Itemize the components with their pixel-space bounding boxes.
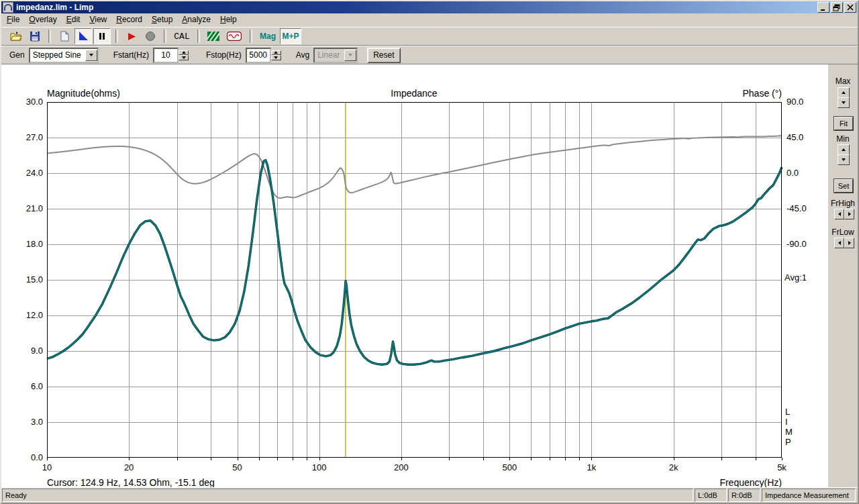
combo-dropdown-button <box>344 50 356 61</box>
max-up-button[interactable] <box>838 87 850 98</box>
fstop-value: 5000 <box>247 50 270 60</box>
generator-toggle-button[interactable] <box>74 28 92 44</box>
menu-edit[interactable]: Edit <box>62 13 85 26</box>
spin-up-button[interactable] <box>271 50 281 56</box>
toolbar-separator <box>48 30 51 43</box>
menu-view[interactable]: View <box>85 13 111 26</box>
spin-down-button[interactable] <box>271 55 281 60</box>
spectrum-button[interactable] <box>205 28 222 44</box>
fstart-input[interactable]: 10 <box>153 48 179 63</box>
x-axis-tick: 500 <box>496 462 523 472</box>
cursor-readout: Cursor: 124.9 Hz, 14.53 Ohm, -15.1 deg <box>47 477 215 487</box>
frlow-left-button[interactable] <box>834 238 844 248</box>
spectrum-icon <box>207 32 219 41</box>
arrow-down-icon <box>182 56 186 59</box>
reset-button[interactable]: Reset <box>367 48 400 63</box>
combo-dropdown-button[interactable] <box>85 50 97 61</box>
record-button[interactable] <box>142 28 159 44</box>
toolbar-separator <box>197 30 200 43</box>
status-left-level: L:0dB <box>695 489 727 502</box>
fstart-label: Fstart(Hz) <box>113 50 149 60</box>
save-file-button[interactable] <box>26 28 44 44</box>
mag-phase-label: M+P <box>282 32 299 41</box>
y-axis-tick-left: 24.0 <box>1 168 43 178</box>
left-level-text: L:0dB <box>698 491 717 499</box>
app-icon <box>3 2 13 13</box>
limp-watermark: L I M P <box>785 407 793 447</box>
y-axis-tick-left: 15.0 <box>1 274 43 285</box>
spin-down-button[interactable] <box>179 55 189 60</box>
side-panel: Max Fit Min Set FrHigh FrLow <box>827 64 858 487</box>
title-bar: impedanz.lim - Limp <box>1 1 858 13</box>
mode-text: Impedance Measurement <box>765 491 849 499</box>
menu-overlay[interactable]: Overlay <box>24 13 61 26</box>
fstart-value: 10 <box>154 50 177 60</box>
max-down-button[interactable] <box>838 97 850 108</box>
status-right-level: R:0dB <box>728 489 760 502</box>
frlow-label: FrLow <box>828 228 858 237</box>
record-icon <box>145 31 156 42</box>
chart-client: Magnitude(ohms) Impedance Phase (°) Freq… <box>1 64 858 487</box>
y-axis-tick-left: 27.0 <box>1 132 43 142</box>
mag-view-button[interactable]: Mag <box>257 28 279 44</box>
x-axis-tick: 10 <box>34 462 60 472</box>
avg-count-text: Avg:1 <box>785 272 807 283</box>
floppy-disk-icon <box>30 31 40 42</box>
play-button[interactable] <box>123 28 140 44</box>
mag-label: Mag <box>260 32 276 41</box>
toolbar-separator <box>115 30 118 43</box>
x-axis-tick: 20 <box>115 462 142 472</box>
page-icon <box>60 31 69 42</box>
menu-record[interactable]: Record <box>111 13 147 26</box>
restore-button[interactable] <box>831 2 843 13</box>
min-up-button[interactable] <box>838 144 850 155</box>
y-axis-tick-left: 18.0 <box>1 239 43 249</box>
x-axis-tick: 2k <box>660 462 687 472</box>
oscilloscope-button[interactable] <box>223 28 245 44</box>
close-button[interactable] <box>844 2 856 13</box>
minimize-icon <box>818 3 829 12</box>
menu-file[interactable]: File <box>2 13 24 26</box>
frhigh-right-button[interactable] <box>844 209 854 219</box>
fstart-stepper <box>179 50 189 60</box>
arrow-up-icon <box>842 91 846 94</box>
x-axis-tick: 50 <box>224 462 251 472</box>
fit-button[interactable]: Fit <box>834 117 853 130</box>
generator-bar: Gen Stepped Sine Fstart(Hz) 10 Fstop(Hz)… <box>1 46 858 64</box>
open-file-button[interactable] <box>7 28 25 44</box>
toolbar-separator <box>164 30 166 43</box>
generator-icon <box>79 32 89 41</box>
right-axis-title: Phase (°) <box>742 88 782 99</box>
sine-wave-icon <box>227 32 242 41</box>
generator-type-select[interactable]: Stepped Sine <box>29 48 99 63</box>
impedance-chart[interactable] <box>1 64 828 487</box>
y-axis-tick-left: 0.0 <box>1 452 43 462</box>
pause-button[interactable] <box>93 28 111 44</box>
min-down-button[interactable] <box>838 154 850 165</box>
frhigh-left-button[interactable] <box>834 209 844 219</box>
fstop-input[interactable]: 5000 <box>246 48 271 63</box>
y-axis-tick-right: 45.0 <box>787 132 803 142</box>
minimize-button[interactable] <box>817 2 829 13</box>
set-button[interactable]: Set <box>834 179 853 193</box>
min-label: Min <box>828 134 858 144</box>
menu-setup[interactable]: Setup <box>147 13 177 26</box>
frlow-right-button[interactable] <box>844 238 854 248</box>
arrow-left-icon <box>838 212 841 216</box>
mag-phase-view-button[interactable]: M+P <box>280 28 301 44</box>
y-axis-tick-left: 12.0 <box>1 310 43 320</box>
window-title: impedanz.lim - Limp <box>15 3 816 12</box>
x-axis-tick: 200 <box>388 462 415 472</box>
frhigh-label: FrHigh <box>828 199 858 208</box>
x-axis-title: Frequency(Hz) <box>719 477 782 487</box>
cal-button[interactable]: CAL <box>171 28 193 44</box>
restore-icon <box>831 3 842 12</box>
spin-up-button[interactable] <box>179 50 189 56</box>
arrow-left-icon <box>838 241 841 245</box>
y-axis-tick-right: -45.0 <box>787 203 807 213</box>
menu-help[interactable]: Help <box>215 13 242 26</box>
y-axis-tick-right: 90.0 <box>787 97 803 107</box>
y-axis-tick-right: -90.0 <box>787 239 807 249</box>
copy-page-button[interactable] <box>56 28 73 44</box>
menu-analyze[interactable]: Analyze <box>177 13 215 26</box>
